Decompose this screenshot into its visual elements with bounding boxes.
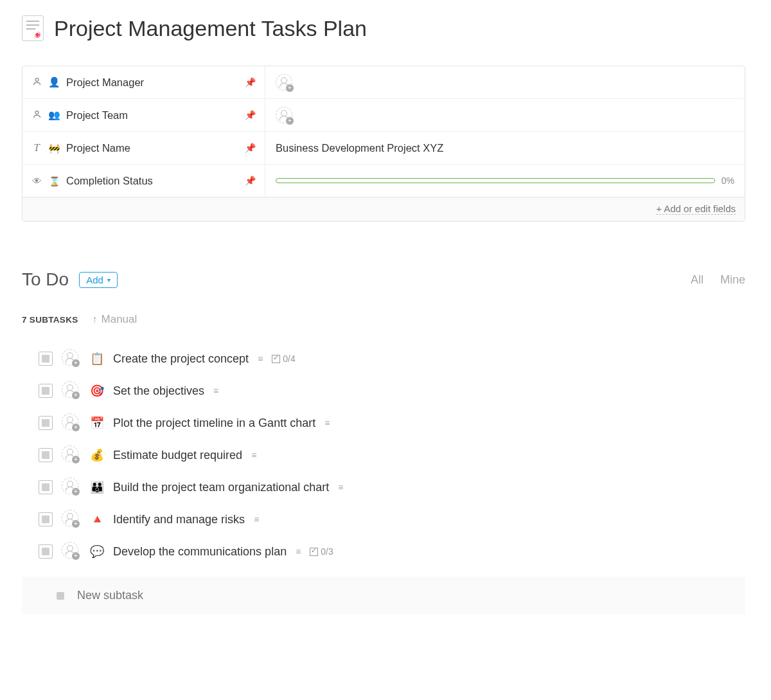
task-title[interactable]: Develop the communications plan [113,545,287,559]
assignee-slot[interactable]: + [62,542,81,561]
field-value[interactable]: + [265,74,745,91]
new-subtask-input[interactable] [76,588,745,603]
field-row-project-name[interactable]: T Project Name 📌 Business Development Pr… [22,132,745,165]
description-icon[interactable]: ≡ [296,546,301,557]
add-button-label: Add [86,274,103,285]
sort-mode-label: Manual [102,313,137,326]
person-type-icon [31,76,42,88]
field-value[interactable]: Business Development Project XYZ [265,142,745,154]
manager-icon: 👤 [48,76,60,88]
subtasks-count: 7 SUBTASKS [22,315,78,325]
field-label: Completion Status [66,175,238,187]
new-subtask-icon [57,592,64,600]
formula-type-icon [31,175,42,186]
task-checkbox[interactable] [39,512,53,526]
task-title[interactable]: Identify and manage risks [113,513,245,526]
page-title: Project Management Tasks Plan [54,16,367,41]
assignee-slot[interactable]: + [62,413,81,433]
description-icon[interactable]: ≡ [338,482,343,492]
person-type-icon [31,109,42,121]
task-title[interactable]: Estimate budget required [113,449,242,462]
field-row-project-team[interactable]: 👥 Project Team 📌 + [22,99,745,132]
checklist-icon [310,548,318,556]
barrier-icon [48,143,60,154]
task-list: +📋Create the project concept≡0/4+🎯Set th… [22,343,745,568]
subtask-count-text: 0/4 [283,354,295,364]
task-row[interactable]: +🎯Set the objectives≡ [22,375,745,407]
task-title[interactable]: Set the objectives [113,384,204,398]
task-title[interactable]: Create the project concept [113,352,249,366]
field-value[interactable]: + [265,107,745,123]
add-assignee-icon[interactable]: + [62,445,78,462]
add-assignee-icon[interactable]: + [62,349,78,366]
pin-icon[interactable]: 📌 [245,143,256,153]
team-icon: 👥 [48,109,60,121]
add-assignee-icon[interactable]: + [62,542,78,559]
add-assignee-icon[interactable]: + [276,107,292,123]
document-icon [22,15,44,41]
task-checkbox[interactable] [39,384,53,398]
task-row[interactable]: +📋Create the project concept≡0/4 [22,343,745,375]
pin-icon[interactable]: 📌 [245,110,256,120]
description-icon[interactable]: ≡ [251,450,256,460]
description-icon[interactable]: ≡ [324,418,330,428]
svg-point-1 [35,111,39,114]
new-subtask-row[interactable] [22,577,745,615]
task-checkbox[interactable] [39,416,53,430]
task-checkbox[interactable] [39,544,53,559]
filter-all[interactable]: All [691,273,704,287]
description-icon[interactable]: ≡ [254,514,259,525]
description-icon[interactable]: ≡ [258,354,263,364]
field-label: Project Name [66,142,238,154]
subtask-count[interactable]: 0/4 [272,354,295,364]
pin-icon[interactable]: 📌 [245,77,256,87]
task-checkbox[interactable] [39,352,53,366]
add-assignee-icon[interactable]: + [62,381,78,398]
description-icon[interactable]: ≡ [213,386,218,396]
assignee-slot[interactable]: + [62,445,81,465]
add-assignee-icon[interactable]: + [62,478,78,494]
pin-icon[interactable]: 📌 [245,175,256,186]
field-row-completion-status[interactable]: Completion Status 📌 0% [22,165,745,197]
task-title[interactable]: Build the project team organizational ch… [113,481,329,494]
task-row[interactable]: +💬Develop the communications plan≡0/3 [22,535,745,568]
add-button[interactable]: Add ▾ [79,272,118,288]
assignee-slot[interactable]: + [62,478,81,497]
task-emoji-icon: 💰 [90,448,104,462]
subtask-count[interactable]: 0/3 [310,546,333,557]
arrow-up-icon: ↑ [93,314,98,325]
field-value: 0% [265,175,745,186]
checklist-icon [272,355,280,363]
task-emoji-icon: 🔺 [90,512,104,526]
filter-mine[interactable]: Mine [720,273,745,287]
assignee-slot[interactable]: + [62,381,81,400]
hourglass-icon [48,175,60,186]
add-assignee-icon[interactable]: + [62,510,78,526]
task-checkbox[interactable] [39,448,53,462]
todo-section-title: To Do [22,269,69,290]
task-emoji-icon: 👪 [90,480,104,494]
add-assignee-icon[interactable]: + [276,74,292,91]
field-label: Project Manager [66,76,238,89]
field-row-project-manager[interactable]: 👤 Project Manager 📌 + [22,66,745,99]
task-emoji-icon: 📋 [90,352,104,366]
task-emoji-icon: 💬 [90,544,104,559]
task-checkbox[interactable] [39,480,53,494]
project-name-value: Business Development Project XYZ [276,142,443,154]
assignee-slot[interactable]: + [62,349,81,368]
fields-panel: 👤 Project Manager 📌 + 👥 Project Team 📌 +… [22,66,745,222]
progress-bar [276,178,715,183]
sort-mode[interactable]: ↑ Manual [93,313,137,326]
subtask-count-text: 0/3 [321,546,333,557]
task-row[interactable]: +💰Estimate budget required≡ [22,439,745,471]
chevron-down-icon: ▾ [107,276,111,283]
add-assignee-icon[interactable]: + [62,413,78,430]
task-title[interactable]: Plot the project timeline in a Gantt cha… [113,417,315,430]
svg-point-0 [35,78,39,82]
assignee-slot[interactable]: + [62,510,81,529]
add-edit-fields-link[interactable]: + Add or edit fields [656,203,736,215]
task-row[interactable]: +📅Plot the project timeline in a Gantt c… [22,407,745,439]
task-row[interactable]: +🔺Identify and manage risks≡ [22,503,745,535]
task-emoji-icon: 📅 [90,416,104,430]
task-row[interactable]: +👪Build the project team organizational … [22,471,745,503]
